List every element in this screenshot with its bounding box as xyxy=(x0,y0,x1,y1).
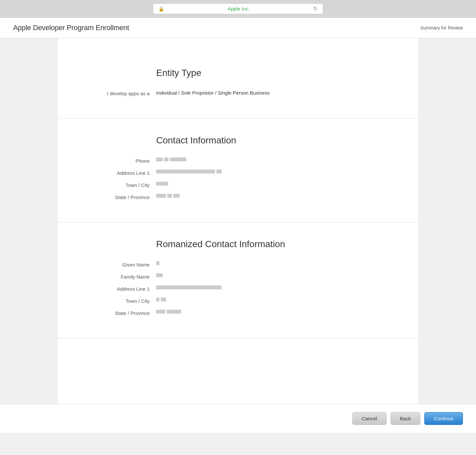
redacted-block xyxy=(173,194,180,198)
footer: Cancel Back Continue xyxy=(0,404,476,433)
redacted-block xyxy=(156,182,168,186)
contact-info-title: Contact Information xyxy=(71,135,405,146)
address-line1-row: Address Line 1 xyxy=(71,170,405,176)
romanized-state-province-label: State / Province xyxy=(71,310,156,316)
given-name-value xyxy=(156,261,159,265)
summary-link[interactable]: Summary for Review xyxy=(420,25,463,30)
redacted-block xyxy=(164,157,169,161)
page-header: Apple Developer Program Enrollment Summa… xyxy=(0,18,476,38)
page-title: Apple Developer Program Enrollment xyxy=(13,24,129,32)
family-name-row: Family Name xyxy=(71,273,405,280)
redacted-block xyxy=(170,157,186,161)
entity-type-label: I develop apps as a xyxy=(71,90,156,96)
back-button[interactable]: Back xyxy=(391,412,420,425)
redacted-block xyxy=(156,157,163,161)
town-city-label: Town / City xyxy=(71,182,156,188)
town-city-value xyxy=(156,182,168,186)
main-content: Entity Type I develop apps as a Individu… xyxy=(58,38,418,404)
entity-type-section: Entity Type I develop apps as a Individu… xyxy=(58,51,418,119)
redacted-block xyxy=(156,285,222,289)
romanized-town-city-value xyxy=(156,298,166,301)
phone-value xyxy=(156,157,186,161)
address-line1-label: Address Line 1 xyxy=(71,170,156,176)
contact-info-section: Contact Information Phone Address Line 1… xyxy=(58,119,418,223)
romanized-town-city-row: Town / City xyxy=(71,298,405,304)
redacted-block xyxy=(156,310,165,314)
state-province-label: State / Province xyxy=(71,194,156,200)
redacted-block xyxy=(156,298,159,301)
romanized-address-line1-label: Address Line 1 xyxy=(71,285,156,292)
family-name-value xyxy=(156,273,163,277)
url-text: Apple Inc. xyxy=(167,6,311,11)
family-name-label: Family Name xyxy=(71,273,156,280)
redacted-block xyxy=(156,261,159,265)
lock-icon: 🔒 xyxy=(158,6,164,11)
phone-label: Phone xyxy=(71,157,156,164)
redacted-block xyxy=(161,298,166,301)
state-province-value xyxy=(156,194,180,198)
browser-bar: 🔒 Apple Inc. ↻ xyxy=(0,0,476,18)
redacted-block xyxy=(156,194,166,198)
redacted-block xyxy=(156,273,163,277)
romanized-contact-title: Romanized Contact Information xyxy=(71,239,405,249)
town-city-row: Town / City xyxy=(71,182,405,188)
romanized-state-province-row: State / Province xyxy=(71,310,405,316)
continue-button[interactable]: Continue xyxy=(424,412,463,425)
cancel-button[interactable]: Cancel xyxy=(352,412,387,425)
redacted-block xyxy=(167,194,172,198)
entity-type-value: Individual / Sole Proprietor / Single Pe… xyxy=(156,90,270,96)
romanized-town-city-label: Town / City xyxy=(71,298,156,304)
redacted-block xyxy=(156,170,215,173)
entity-type-row: I develop apps as a Individual / Sole Pr… xyxy=(71,90,405,96)
reload-icon[interactable]: ↻ xyxy=(313,6,318,12)
redacted-block xyxy=(216,170,222,173)
romanized-address-line1-value xyxy=(156,285,222,289)
redacted-block xyxy=(167,310,181,314)
state-province-row: State / Province xyxy=(71,194,405,200)
given-name-label: Given Name xyxy=(71,261,156,267)
romanized-state-province-value xyxy=(156,310,181,314)
romanized-contact-section: Romanized Contact Information Given Name… xyxy=(58,223,418,338)
address-line1-value xyxy=(156,170,222,173)
romanized-address-line1-row: Address Line 1 xyxy=(71,285,405,292)
url-bar: 🔒 Apple Inc. ↻ xyxy=(153,3,323,14)
entity-type-title: Entity Type xyxy=(71,68,405,78)
given-name-row: Given Name xyxy=(71,261,405,267)
phone-row: Phone xyxy=(71,157,405,164)
